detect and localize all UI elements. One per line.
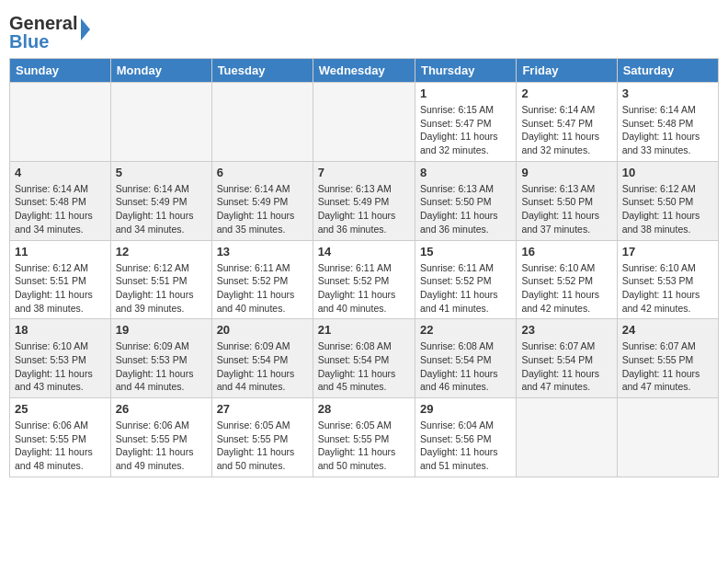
day-info: Sunrise: 6:11 AMSunset: 5:52 PMDaylight:… [318,261,410,316]
day-header-wednesday: Wednesday [313,59,415,83]
day-header-friday: Friday [517,59,617,83]
day-number: 1 [420,86,511,100]
calendar-cell: 28Sunrise: 6:05 AMSunset: 5:55 PMDayligh… [313,398,415,477]
day-number: 25 [15,402,106,416]
svg-marker-2 [81,18,90,40]
day-number: 8 [420,166,511,179]
day-number: 27 [217,402,308,416]
calendar-cell: 12Sunrise: 6:12 AMSunset: 5:51 PMDayligh… [110,240,211,319]
day-number: 24 [622,323,713,337]
day-info: Sunrise: 6:07 AMSunset: 5:54 PMDaylight:… [521,339,611,394]
calendar-cell: 19Sunrise: 6:09 AMSunset: 5:53 PMDayligh… [110,319,211,398]
calendar-cell: 23Sunrise: 6:07 AMSunset: 5:54 PMDayligh… [517,319,617,398]
calendar-cell: 21Sunrise: 6:08 AMSunset: 5:54 PMDayligh… [313,319,415,398]
day-info: Sunrise: 6:13 AMSunset: 5:49 PMDaylight:… [318,182,410,236]
calendar-cell: 7Sunrise: 6:13 AMSunset: 5:49 PMDaylight… [313,161,415,240]
day-info: Sunrise: 6:12 AMSunset: 5:50 PMDaylight:… [622,182,713,236]
calendar-cell: 27Sunrise: 6:05 AMSunset: 5:55 PMDayligh… [211,398,313,477]
calendar-week-1: 1Sunrise: 6:15 AMSunset: 5:47 PMDaylight… [10,83,719,162]
day-info: Sunrise: 6:14 AMSunset: 5:48 PMDaylight:… [622,103,713,157]
day-info: Sunrise: 6:06 AMSunset: 5:55 PMDaylight:… [116,419,207,473]
day-number: 26 [116,402,207,416]
day-header-tuesday: Tuesday [211,59,313,83]
day-info: Sunrise: 6:14 AMSunset: 5:48 PMDaylight:… [15,182,106,236]
calendar-cell: 29Sunrise: 6:04 AMSunset: 5:56 PMDayligh… [415,398,516,477]
day-info: Sunrise: 6:13 AMSunset: 5:50 PMDaylight:… [521,182,611,236]
calendar-cell [617,398,718,477]
day-number: 28 [318,402,410,416]
day-info: Sunrise: 6:04 AMSunset: 5:56 PMDaylight:… [420,419,511,473]
day-info: Sunrise: 6:05 AMSunset: 5:55 PMDaylight:… [217,419,308,473]
calendar: SundayMondayTuesdayWednesdayThursdayFrid… [9,58,719,477]
day-number: 7 [318,166,410,179]
calendar-cell [313,83,415,162]
day-info: Sunrise: 6:08 AMSunset: 5:54 PMDaylight:… [318,339,410,394]
day-info: Sunrise: 6:14 AMSunset: 5:49 PMDaylight:… [217,182,308,236]
day-number: 22 [420,323,511,337]
calendar-cell: 25Sunrise: 6:06 AMSunset: 5:55 PMDayligh… [10,398,111,477]
calendar-cell: 14Sunrise: 6:11 AMSunset: 5:52 PMDayligh… [313,240,415,319]
calendar-cell: 11Sunrise: 6:12 AMSunset: 5:51 PMDayligh… [10,240,111,319]
day-info: Sunrise: 6:07 AMSunset: 5:55 PMDaylight:… [622,339,713,394]
calendar-cell [517,398,617,477]
calendar-cell: 3Sunrise: 6:14 AMSunset: 5:48 PMDaylight… [617,83,718,162]
calendar-week-3: 11Sunrise: 6:12 AMSunset: 5:51 PMDayligh… [10,240,719,319]
day-number: 21 [318,323,410,337]
calendar-cell: 8Sunrise: 6:13 AMSunset: 5:50 PMDaylight… [415,161,516,240]
day-number: 20 [217,323,308,337]
day-info: Sunrise: 6:09 AMSunset: 5:53 PMDaylight:… [116,339,207,394]
day-info: Sunrise: 6:11 AMSunset: 5:52 PMDaylight:… [217,261,308,316]
calendar-cell: 18Sunrise: 6:10 AMSunset: 5:53 PMDayligh… [10,319,111,398]
calendar-cell [10,83,111,162]
day-header-thursday: Thursday [415,59,516,83]
calendar-cell: 6Sunrise: 6:14 AMSunset: 5:49 PMDaylight… [211,161,313,240]
day-number: 14 [318,245,410,259]
calendar-header-row: SundayMondayTuesdayWednesdayThursdayFrid… [10,59,719,83]
day-info: Sunrise: 6:10 AMSunset: 5:53 PMDaylight:… [15,339,106,394]
logo: GeneralBlue [9,9,101,51]
calendar-cell: 26Sunrise: 6:06 AMSunset: 5:55 PMDayligh… [110,398,211,477]
day-info: Sunrise: 6:14 AMSunset: 5:47 PMDaylight:… [521,103,611,157]
calendar-cell: 22Sunrise: 6:08 AMSunset: 5:54 PMDayligh… [415,319,516,398]
day-number: 5 [116,166,207,179]
day-number: 3 [622,86,713,100]
calendar-cell: 1Sunrise: 6:15 AMSunset: 5:47 PMDaylight… [415,83,516,162]
day-number: 10 [622,166,713,179]
calendar-cell: 13Sunrise: 6:11 AMSunset: 5:52 PMDayligh… [211,240,313,319]
calendar-cell: 20Sunrise: 6:09 AMSunset: 5:54 PMDayligh… [211,319,313,398]
calendar-cell: 9Sunrise: 6:13 AMSunset: 5:50 PMDaylight… [517,161,617,240]
day-info: Sunrise: 6:06 AMSunset: 5:55 PMDaylight:… [15,419,106,473]
calendar-cell [211,83,313,162]
day-info: Sunrise: 6:10 AMSunset: 5:52 PMDaylight:… [521,261,611,316]
day-header-monday: Monday [110,59,211,83]
day-info: Sunrise: 6:05 AMSunset: 5:55 PMDaylight:… [318,419,410,473]
header: GeneralBlue [9,9,719,51]
day-info: Sunrise: 6:08 AMSunset: 5:54 PMDaylight:… [420,339,511,394]
day-number: 29 [420,402,511,416]
calendar-week-2: 4Sunrise: 6:14 AMSunset: 5:48 PMDaylight… [10,161,719,240]
day-info: Sunrise: 6:12 AMSunset: 5:51 PMDaylight:… [15,261,106,316]
calendar-week-4: 18Sunrise: 6:10 AMSunset: 5:53 PMDayligh… [10,319,719,398]
day-info: Sunrise: 6:10 AMSunset: 5:53 PMDaylight:… [622,261,713,316]
calendar-cell [110,83,211,162]
day-number: 6 [217,166,308,179]
day-info: Sunrise: 6:15 AMSunset: 5:47 PMDaylight:… [420,103,511,157]
day-info: Sunrise: 6:13 AMSunset: 5:50 PMDaylight:… [420,182,511,236]
day-info: Sunrise: 6:11 AMSunset: 5:52 PMDaylight:… [420,261,511,316]
day-number: 16 [521,245,611,259]
calendar-week-5: 25Sunrise: 6:06 AMSunset: 5:55 PMDayligh… [10,398,719,477]
day-number: 2 [521,86,611,100]
day-number: 4 [15,166,106,179]
day-number: 13 [217,245,308,259]
day-header-sunday: Sunday [10,59,111,83]
calendar-cell: 17Sunrise: 6:10 AMSunset: 5:53 PMDayligh… [617,240,718,319]
calendar-cell: 10Sunrise: 6:12 AMSunset: 5:50 PMDayligh… [617,161,718,240]
calendar-cell: 4Sunrise: 6:14 AMSunset: 5:48 PMDaylight… [10,161,111,240]
svg-text:General: General [9,13,77,33]
day-info: Sunrise: 6:14 AMSunset: 5:49 PMDaylight:… [116,182,207,236]
day-info: Sunrise: 6:09 AMSunset: 5:54 PMDaylight:… [217,339,308,394]
day-number: 12 [116,245,207,259]
day-number: 19 [116,323,207,337]
day-number: 9 [521,166,611,179]
calendar-cell: 5Sunrise: 6:14 AMSunset: 5:49 PMDaylight… [110,161,211,240]
